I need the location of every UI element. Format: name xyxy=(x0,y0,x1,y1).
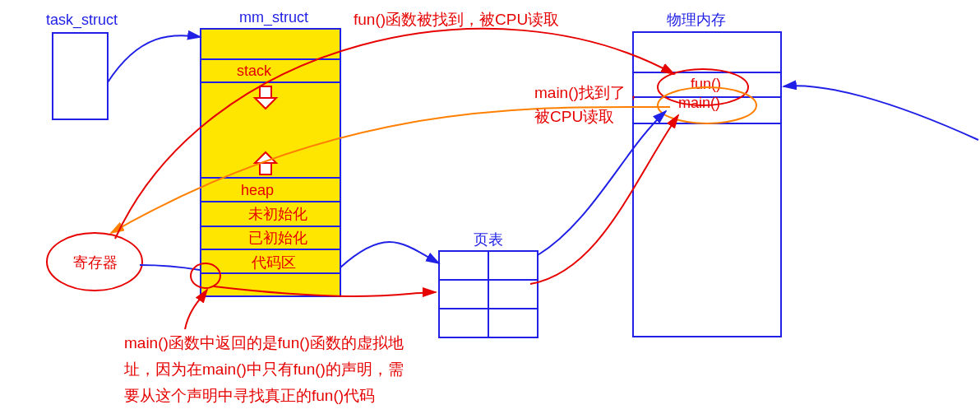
arrow-task-to-mm xyxy=(108,35,201,82)
register-label: 寄存器 xyxy=(73,254,118,271)
arrow-right-to-physmem xyxy=(784,86,978,140)
mm-struct-label: mm_struct xyxy=(239,9,308,26)
svg-rect-0 xyxy=(260,86,271,98)
main-label: main() xyxy=(678,95,720,111)
phys-mem-label: 物理内存 xyxy=(667,12,726,28)
note-bottom-1: main()函数中返回的是fun()函数的虚拟地 xyxy=(124,334,404,351)
page-table-label: 页表 xyxy=(474,231,503,248)
diagram-canvas: task_struct mm_struct stack heap 未初始化 已初… xyxy=(0,0,980,414)
task-struct-box xyxy=(53,33,108,119)
uninit-label: 未初始化 xyxy=(248,206,307,222)
svg-rect-1 xyxy=(260,163,271,174)
arrow-pagetable-to-physmem-red xyxy=(530,115,678,284)
note-mid-2: 被CPU读取 xyxy=(534,108,614,125)
note-top: fun()函数被找到，被CPU读取 xyxy=(354,11,559,28)
page-table-box xyxy=(439,251,538,337)
fun-label: fun() xyxy=(691,76,721,92)
arrow-pagetable-to-physmem xyxy=(538,111,666,255)
arrow-mm-to-pagetable xyxy=(340,242,439,267)
init-label: 已初始化 xyxy=(248,230,307,246)
line-register-to-codearea xyxy=(140,265,200,270)
heap-label: heap xyxy=(241,182,274,198)
arrow-physmem-to-register-orange xyxy=(111,107,670,233)
stack-label: stack xyxy=(237,63,272,79)
note-bottom-2: 址，因为在main()中只有fun()的声明，需 xyxy=(123,361,404,378)
note-mid-1: main()找到了， xyxy=(534,84,641,101)
note-bottom-3: 要从这个声明中寻找真正的fun()代码 xyxy=(124,387,375,404)
code-area-label: 代码区 xyxy=(251,254,296,271)
task-struct-label: task_struct xyxy=(46,12,118,29)
